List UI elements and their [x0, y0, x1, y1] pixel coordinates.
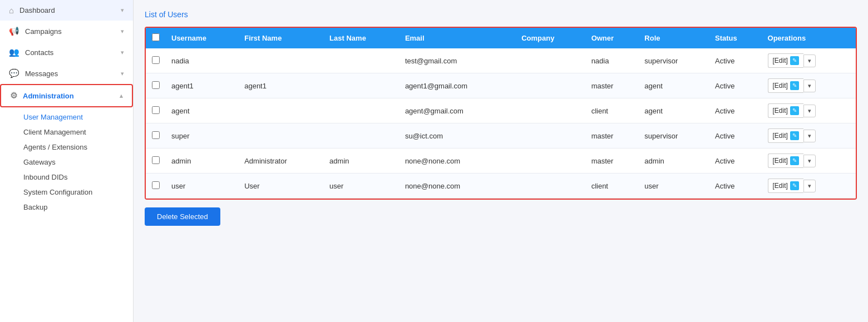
sidebar-item-label: Contacts	[25, 48, 53, 57]
sidebar-item-contacts[interactable]: 👥 Contacts ▾	[0, 42, 133, 63]
row-checkbox-cell[interactable]	[146, 174, 166, 199]
sidebar-item-backup[interactable]: Backup	[23, 200, 133, 215]
dropdown-button[interactable]: ▾	[803, 105, 816, 117]
sidebar-item-inbound-dids[interactable]: Inbound DIDs	[23, 170, 133, 185]
sidebar-item-client-management[interactable]: Client Management	[23, 125, 133, 140]
row-operations: [Edit]✎ ▾	[762, 174, 856, 199]
row-email: none@none.com	[400, 148, 516, 174]
operations-group: [Edit]✎ ▾	[768, 128, 850, 143]
dropdown-button[interactable]: ▾	[803, 180, 816, 192]
row-firstname	[239, 98, 324, 123]
row-checkbox[interactable]	[152, 106, 160, 114]
row-checkbox-cell[interactable]	[146, 123, 166, 148]
edit-pencil-icon: ✎	[790, 81, 799, 90]
row-checkbox-cell[interactable]	[146, 98, 166, 123]
edit-button[interactable]: [Edit]✎	[768, 179, 803, 193]
edit-button[interactable]: [Edit]✎	[768, 128, 803, 143]
table-header-row: Username First Name Last Name Email Comp…	[146, 28, 856, 48]
row-role: supervisor	[639, 48, 709, 73]
sidebar-item-dashboard[interactable]: ⌂ Dashboard ▾	[0, 0, 133, 21]
row-status: Active	[709, 73, 762, 98]
edit-button[interactable]: [Edit]✎	[768, 78, 803, 93]
row-checkbox[interactable]	[152, 181, 160, 189]
row-operations: [Edit]✎ ▾	[762, 98, 856, 123]
sidebar-item-administration[interactable]: ⚙ Administration ▴	[0, 84, 133, 107]
sidebar-item-messages[interactable]: 💬 Messages ▾	[0, 63, 133, 84]
row-checkbox[interactable]	[152, 156, 160, 164]
row-firstname: Administrator	[239, 148, 324, 174]
row-lastname	[324, 73, 400, 98]
operations-group: [Edit]✎ ▾	[768, 103, 850, 118]
row-lastname: admin	[324, 148, 400, 174]
row-owner: client	[586, 174, 639, 199]
col-email: Email	[400, 28, 516, 48]
row-username: nadia	[166, 48, 239, 73]
row-operations: [Edit]✎ ▾	[762, 73, 856, 98]
col-username: Username	[166, 28, 239, 48]
campaigns-icon: 📢	[9, 26, 19, 36]
chevron-down-icon: ▾	[121, 7, 124, 14]
row-operations: [Edit]✎ ▾	[762, 123, 856, 148]
row-firstname	[239, 123, 324, 148]
row-owner: master	[586, 123, 639, 148]
row-operations: [Edit]✎ ▾	[762, 148, 856, 174]
users-table: Username First Name Last Name Email Comp…	[146, 28, 856, 199]
dropdown-button[interactable]: ▾	[803, 130, 816, 142]
sidebar-item-agents-extensions[interactable]: Agents / Extensions	[23, 140, 133, 155]
dropdown-button[interactable]: ▾	[803, 55, 816, 67]
edit-button[interactable]: [Edit]✎	[768, 153, 803, 168]
row-role: user	[639, 174, 709, 199]
row-checkbox-cell[interactable]	[146, 148, 166, 174]
sidebar-item-campaigns[interactable]: 📢 Campaigns ▾	[0, 21, 133, 42]
row-checkbox[interactable]	[152, 56, 160, 64]
dropdown-button[interactable]: ▾	[803, 80, 816, 92]
row-email: agent1@gmail.com	[400, 73, 516, 98]
row-firstname: agent1	[239, 73, 324, 98]
row-username: agent	[166, 98, 239, 123]
select-all-header	[146, 28, 166, 48]
operations-group: [Edit]✎ ▾	[768, 78, 850, 93]
row-username: user	[166, 174, 239, 199]
sidebar-item-label: Messages	[25, 70, 58, 78]
operations-group: [Edit]✎ ▾	[768, 153, 850, 168]
dropdown-button[interactable]: ▾	[803, 155, 816, 167]
sidebar-item-system-configuration[interactable]: System Configuration	[23, 185, 133, 200]
row-lastname	[324, 48, 400, 73]
sidebar: ⌂ Dashboard ▾ 📢 Campaigns ▾ 👥 Contacts ▾…	[0, 0, 134, 322]
col-lastname: Last Name	[324, 28, 400, 48]
col-operations: Operations	[762, 28, 856, 48]
row-username: admin	[166, 148, 239, 174]
row-checkbox-cell[interactable]	[146, 73, 166, 98]
delete-selected-button[interactable]: Delete Selected	[145, 207, 220, 226]
row-role: agent	[639, 98, 709, 123]
row-username: agent1	[166, 73, 239, 98]
row-firstname	[239, 48, 324, 73]
row-owner: client	[586, 98, 639, 123]
row-role: supervisor	[639, 123, 709, 148]
sidebar-item-gateways[interactable]: Gateways	[23, 155, 133, 170]
row-checkbox-cell[interactable]	[146, 48, 166, 73]
row-email: none@none.com	[400, 174, 516, 199]
table-row: agent agent@gmail.com client agent Activ…	[146, 98, 856, 123]
row-checkbox[interactable]	[152, 81, 160, 89]
col-role: Role	[639, 28, 709, 48]
row-email: agent@gmail.com	[400, 98, 516, 123]
row-status: Active	[709, 174, 762, 199]
sidebar-item-label: Administration	[23, 92, 74, 100]
edit-button[interactable]: [Edit]✎	[768, 103, 803, 118]
col-status: Status	[709, 28, 762, 48]
row-status: Active	[709, 98, 762, 123]
dashboard-icon: ⌂	[9, 6, 14, 15]
row-checkbox[interactable]	[152, 131, 160, 139]
table-row: user User user none@none.com client user…	[146, 174, 856, 199]
row-status: Active	[709, 148, 762, 174]
edit-button[interactable]: [Edit]✎	[768, 53, 803, 68]
row-company	[516, 98, 585, 123]
row-firstname: User	[239, 174, 324, 199]
row-lastname	[324, 123, 400, 148]
sidebar-item-user-management[interactable]: User Management	[23, 110, 133, 125]
col-company: Company	[516, 28, 585, 48]
col-owner: Owner	[586, 28, 639, 48]
select-all-checkbox[interactable]	[152, 33, 160, 41]
row-email: test@gmail.com	[400, 48, 516, 73]
